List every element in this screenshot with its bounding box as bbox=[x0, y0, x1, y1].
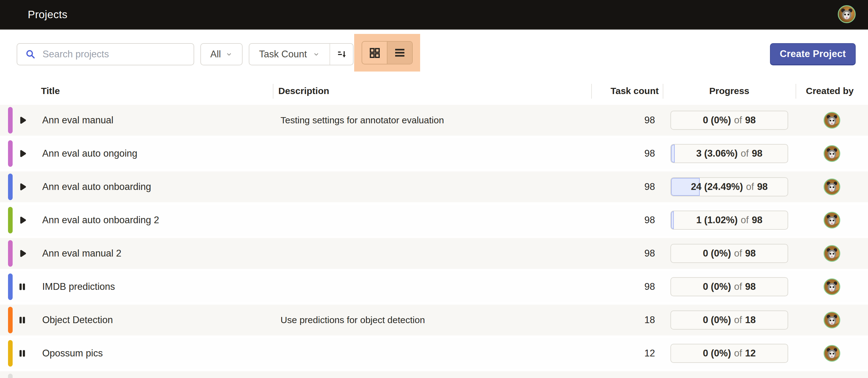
creator-avatar[interactable] bbox=[824, 245, 840, 262]
project-status bbox=[16, 105, 29, 136]
grid-view-icon bbox=[368, 46, 381, 59]
project-row[interactable]: Object Detection Use predictions for obj… bbox=[0, 304, 868, 337]
project-color-bar bbox=[8, 240, 13, 267]
column-header-task-count: Task count bbox=[604, 86, 659, 96]
project-title[interactable]: Ann eval manual bbox=[42, 115, 114, 126]
progress-of-label: of bbox=[734, 348, 742, 359]
project-row-card: Ann eval manual 2 98 0 (0%) of 98 bbox=[0, 238, 868, 269]
project-row[interactable]: Ann eval auto onboarding 98 24 (24.49%) … bbox=[0, 170, 868, 203]
project-color-bar bbox=[8, 374, 13, 378]
creator-avatar[interactable] bbox=[824, 179, 840, 195]
project-description: Testing settings for annotator evaluatio… bbox=[280, 115, 444, 125]
project-row[interactable]: Ann eval manual Testing settings for ann… bbox=[0, 103, 868, 137]
progress-done: 24 (24.49%) bbox=[691, 181, 743, 192]
project-row-card: Ann eval manual Testing settings for ann… bbox=[0, 105, 868, 136]
project-row[interactable]: IMDB predictions 98 0 (0%) of 98 bbox=[0, 270, 868, 304]
view-toggle-highlight bbox=[354, 34, 420, 71]
progress-text: 3 (3.06%) of 98 bbox=[671, 145, 787, 162]
column-header-title: Title bbox=[41, 86, 60, 96]
project-title[interactable]: Ann eval auto ongoing bbox=[42, 148, 137, 159]
project-title[interactable]: IMDB predictions bbox=[42, 281, 115, 292]
opossum-avatar-image bbox=[825, 113, 839, 128]
project-status bbox=[16, 205, 29, 235]
progress-total: 98 bbox=[745, 115, 755, 126]
project-title[interactable]: Ann eval auto onboarding bbox=[42, 181, 151, 192]
project-color-bar bbox=[8, 340, 13, 367]
progress-text: 0 (0%) of 18 bbox=[671, 311, 787, 329]
creator-avatar[interactable] bbox=[824, 345, 840, 361]
opossum-avatar-image bbox=[825, 346, 839, 361]
grid-view-button[interactable] bbox=[362, 42, 387, 64]
progress-done: 0 (0%) bbox=[703, 348, 731, 359]
filter-dropdown[interactable]: All bbox=[200, 43, 243, 65]
view-toggle bbox=[362, 41, 413, 64]
task-count-value: 98 bbox=[612, 148, 655, 159]
project-row-partial[interactable] bbox=[0, 371, 868, 378]
progress-of-label: of bbox=[746, 181, 754, 192]
task-count-value: 12 bbox=[612, 348, 655, 359]
opossum-avatar-image bbox=[825, 180, 839, 194]
project-color-bar bbox=[8, 174, 13, 200]
sort-field-dropdown[interactable]: Task Count bbox=[249, 44, 330, 65]
progress-total: 98 bbox=[745, 248, 755, 259]
opossum-avatar-image bbox=[825, 146, 839, 161]
project-title[interactable]: Ann eval auto onboarding 2 bbox=[42, 215, 159, 226]
progress-done: 1 (1.02%) bbox=[696, 215, 738, 226]
creator-avatar[interactable] bbox=[824, 278, 840, 295]
sort-direction-button[interactable] bbox=[330, 44, 353, 65]
progress-pill: 0 (0%) of 98 bbox=[671, 277, 788, 296]
project-title[interactable]: Object Detection bbox=[42, 314, 113, 325]
progress-done: 0 (0%) bbox=[703, 115, 731, 126]
progress-done: 0 (0%) bbox=[703, 281, 731, 292]
create-project-button[interactable]: Create Project bbox=[770, 43, 856, 65]
user-avatar[interactable] bbox=[838, 5, 856, 23]
pause-icon bbox=[18, 349, 27, 358]
project-row[interactable]: Opossum pics 12 0 (0%) of 12 bbox=[0, 337, 868, 370]
chevron-down-icon bbox=[225, 51, 233, 58]
column-header-created-by: Created by bbox=[803, 86, 857, 96]
progress-total: 98 bbox=[757, 181, 768, 192]
progress-pill: 0 (0%) of 98 bbox=[671, 111, 788, 130]
progress-of-label: of bbox=[741, 148, 749, 159]
project-status bbox=[16, 305, 29, 336]
project-title[interactable]: Ann eval manual 2 bbox=[42, 248, 121, 259]
progress-done: 3 (3.06%) bbox=[696, 148, 738, 159]
search-input[interactable] bbox=[42, 49, 187, 60]
project-row-card: Opossum pics 12 0 (0%) of 12 bbox=[0, 338, 868, 369]
creator-avatar[interactable] bbox=[824, 112, 840, 129]
pause-icon bbox=[18, 315, 27, 325]
progress-total: 98 bbox=[752, 215, 762, 226]
project-description: Use predictions for object detection bbox=[280, 315, 425, 325]
progress-pill: 0 (0%) of 98 bbox=[671, 244, 788, 263]
creator-avatar[interactable] bbox=[824, 145, 840, 162]
project-title[interactable]: Opossum pics bbox=[42, 348, 103, 359]
column-header-progress: Progress bbox=[700, 86, 759, 96]
opossum-avatar-image bbox=[825, 246, 839, 261]
project-row[interactable]: Ann eval auto ongoing 98 3 (3.06%) of 98 bbox=[0, 137, 868, 170]
progress-of-label: of bbox=[734, 248, 742, 259]
progress-pill: 1 (1.02%) of 98 bbox=[671, 211, 788, 230]
progress-text: 24 (24.49%) of 98 bbox=[671, 178, 787, 196]
opossum-avatar-image bbox=[825, 279, 839, 294]
project-color-bar bbox=[8, 140, 13, 167]
creator-avatar[interactable] bbox=[824, 312, 840, 328]
progress-text: 0 (0%) of 12 bbox=[671, 344, 787, 362]
project-row[interactable]: Ann eval manual 2 98 0 (0%) of 98 bbox=[0, 237, 868, 270]
opossum-avatar-image bbox=[825, 313, 839, 327]
project-color-bar bbox=[8, 207, 13, 233]
progress-of-label: of bbox=[734, 314, 742, 325]
project-row-card: Ann eval auto onboarding 2 98 1 (1.02%) … bbox=[0, 205, 868, 235]
pause-icon bbox=[18, 282, 27, 291]
creator-avatar[interactable] bbox=[824, 212, 840, 228]
search-icon bbox=[25, 49, 36, 60]
progress-text: 1 (1.02%) of 98 bbox=[671, 211, 787, 229]
progress-text: 0 (0%) of 98 bbox=[671, 245, 787, 262]
project-row[interactable]: Ann eval auto onboarding 2 98 1 (1.02%) … bbox=[0, 203, 868, 237]
play-icon bbox=[18, 182, 27, 191]
progress-pill: 24 (24.49%) of 98 bbox=[671, 177, 788, 196]
search-input-wrapper bbox=[17, 43, 194, 65]
progress-total: 98 bbox=[752, 148, 762, 159]
progress-of-label: of bbox=[734, 115, 742, 126]
project-color-bar bbox=[8, 307, 13, 333]
list-view-button[interactable] bbox=[387, 42, 412, 64]
